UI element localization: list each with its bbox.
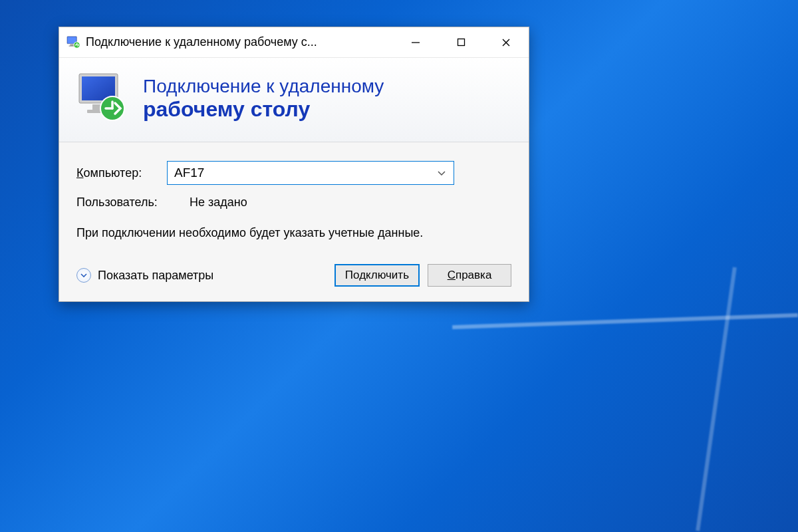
header-line2: рабочему столу xyxy=(143,97,384,122)
computer-label: Компьютер: xyxy=(76,166,167,180)
help-button[interactable]: Справка xyxy=(428,264,511,287)
chevron-down-icon[interactable] xyxy=(436,168,447,178)
rdp-large-icon xyxy=(74,70,131,127)
computer-input[interactable] xyxy=(174,166,436,180)
titlebar: Подключение к удаленному рабочему с... xyxy=(59,27,529,58)
expand-down-icon xyxy=(76,268,91,283)
computer-combobox[interactable] xyxy=(167,161,454,185)
user-row: Пользователь: Не задано xyxy=(76,196,511,209)
button-group: Подключить Справка xyxy=(334,264,511,287)
svg-rect-2 xyxy=(70,44,74,45)
header-line1: Подключение к удаленному xyxy=(143,76,384,97)
user-value: Не задано xyxy=(190,196,247,209)
show-options-label: Показать параметры xyxy=(98,269,213,283)
show-options-toggle[interactable]: Показать параметры xyxy=(76,268,334,283)
close-button[interactable] xyxy=(483,27,529,57)
rdp-window: Подключение к удаленному рабочему с... xyxy=(59,27,529,302)
header-text: Подключение к удаленному рабочему столу xyxy=(143,76,384,122)
dialog-body: Компьютер: Пользователь: Не задано При п… xyxy=(59,142,529,301)
maximize-button[interactable] xyxy=(438,27,483,57)
computer-row: Компьютер: xyxy=(76,161,511,185)
titlebar-controls xyxy=(393,27,529,57)
dialog-footer: Показать параметры Подключить Справка xyxy=(76,264,511,287)
user-label: Пользователь: xyxy=(76,196,190,209)
credentials-hint: При подключении необходимо будет указать… xyxy=(76,224,449,241)
help-button-label: Справка xyxy=(448,269,492,282)
minimize-button[interactable] xyxy=(393,27,438,57)
connect-button[interactable]: Подключить xyxy=(334,264,420,287)
svg-rect-6 xyxy=(458,39,464,46)
header-banner: Подключение к удаленному рабочему столу xyxy=(59,58,529,142)
connect-button-label: Подключить xyxy=(345,269,409,282)
rdp-app-icon xyxy=(66,35,80,50)
window-title: Подключение к удаленному рабочему с... xyxy=(86,35,393,49)
